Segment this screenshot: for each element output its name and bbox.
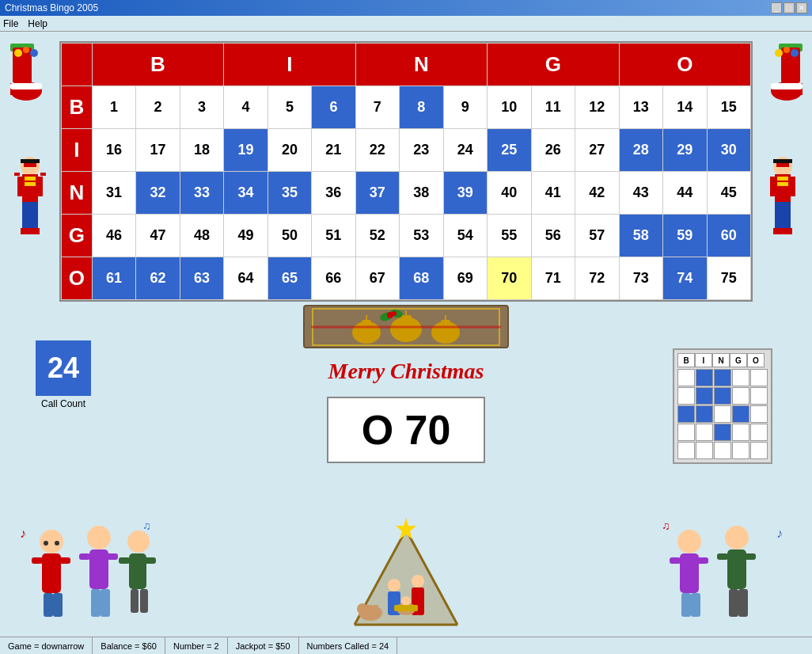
bingo-cell-18[interactable]: 18 xyxy=(180,129,223,172)
nutcracker-left-icon xyxy=(6,154,54,289)
bingo-cell-50[interactable]: 50 xyxy=(268,215,311,257)
bingo-cell-22[interactable]: 22 xyxy=(355,129,399,172)
bingo-cell-23[interactable]: 23 xyxy=(400,129,443,172)
bingo-cell-74[interactable]: 74 xyxy=(663,257,707,300)
bingo-cell-10[interactable]: 10 xyxy=(488,86,531,129)
bingo-cell-12[interactable]: 12 xyxy=(575,86,619,129)
svg-text:♪: ♪ xyxy=(776,527,783,540)
bingo-cell-62[interactable]: 62 xyxy=(136,257,180,300)
bingo-cell-38[interactable]: 38 xyxy=(400,172,443,215)
bingo-cell-34[interactable]: 34 xyxy=(224,172,268,215)
bingo-cell-7[interactable]: 7 xyxy=(355,86,399,129)
bingo-cell-3[interactable]: 3 xyxy=(180,86,223,129)
bingo-cell-44[interactable]: 44 xyxy=(663,172,707,215)
bingo-cell-56[interactable]: 56 xyxy=(531,215,575,257)
bingo-cell-60[interactable]: 60 xyxy=(707,215,751,257)
main-content: BINGOB123456789101112131415I161718192021… xyxy=(0,32,812,652)
bingo-cell-49[interactable]: 49 xyxy=(224,215,268,257)
status-jackpot: Jackpot = $50 xyxy=(228,637,299,654)
bingo-cell-54[interactable]: 54 xyxy=(443,215,487,257)
title-bar: Christmas Bingo 2005 _ □ ✕ xyxy=(0,0,812,16)
mini-cell-0-1 xyxy=(696,369,713,386)
svg-rect-78 xyxy=(140,589,148,613)
bingo-cell-21[interactable]: 21 xyxy=(312,129,355,172)
bingo-cell-43[interactable]: 43 xyxy=(619,172,662,215)
svg-rect-34 xyxy=(777,177,788,181)
bingo-cell-8[interactable]: 8 xyxy=(400,86,443,129)
svg-rect-41 xyxy=(783,228,792,234)
bingo-cell-72[interactable]: 72 xyxy=(575,257,619,300)
maximize-button[interactable]: □ xyxy=(784,2,795,13)
bingo-cell-65[interactable]: 65 xyxy=(268,257,311,300)
bingo-cell-20[interactable]: 20 xyxy=(268,129,311,172)
bingo-cell-63[interactable]: 63 xyxy=(180,257,223,300)
bingo-cell-57[interactable]: 57 xyxy=(575,215,619,257)
bingo-cell-27[interactable]: 27 xyxy=(575,129,619,172)
bingo-cell-2[interactable]: 2 xyxy=(136,86,180,129)
bingo-cell-59[interactable]: 59 xyxy=(663,215,707,257)
bingo-cell-5[interactable]: 5 xyxy=(268,86,311,129)
svg-text:♪: ♪ xyxy=(20,527,26,540)
bingo-cell-37[interactable]: 37 xyxy=(355,172,399,215)
bingo-cell-61[interactable]: 61 xyxy=(92,257,135,300)
bingo-cell-39[interactable]: 39 xyxy=(443,172,487,215)
bingo-cell-31[interactable]: 31 xyxy=(92,172,135,215)
svg-rect-107 xyxy=(729,589,738,617)
svg-point-28 xyxy=(784,47,790,53)
bingo-cell-17[interactable]: 17 xyxy=(136,129,180,172)
bingo-cell-75[interactable]: 75 xyxy=(707,257,751,300)
bingo-cell-1[interactable]: 1 xyxy=(92,86,135,129)
bingo-cell-64[interactable]: 64 xyxy=(224,257,268,300)
bingo-cell-73[interactable]: 73 xyxy=(619,257,662,300)
carolers-left-icon: ♪ ♫ xyxy=(16,514,158,633)
bingo-cell-26[interactable]: 26 xyxy=(531,129,575,172)
bingo-cell-55[interactable]: 55 xyxy=(488,215,531,257)
bingo-cell-32[interactable]: 32 xyxy=(136,172,180,215)
bingo-cell-25[interactable]: 25 xyxy=(488,129,531,172)
bingo-cell-42[interactable]: 42 xyxy=(575,172,619,215)
bingo-cell-33[interactable]: 33 xyxy=(180,172,223,215)
bingo-cell-24[interactable]: 24 xyxy=(443,129,487,172)
mini-cell-3-0 xyxy=(677,424,695,441)
bingo-cell-4[interactable]: 4 xyxy=(224,86,268,129)
app-title: Christmas Bingo 2005 xyxy=(5,2,98,13)
menu-file[interactable]: File xyxy=(3,18,18,29)
bingo-cell-70[interactable]: 70 xyxy=(488,257,531,300)
bingo-cell-71[interactable]: 71 xyxy=(531,257,575,300)
bingo-cell-35[interactable]: 35 xyxy=(268,172,311,215)
bingo-cell-48[interactable]: 48 xyxy=(180,215,223,257)
bingo-cell-46[interactable]: 46 xyxy=(92,215,135,257)
svg-point-95 xyxy=(357,603,368,614)
mini-cell-1-4 xyxy=(750,387,768,405)
bingo-cell-68[interactable]: 68 xyxy=(400,257,443,300)
bingo-cell-51[interactable]: 51 xyxy=(312,215,355,257)
bingo-cell-40[interactable]: 40 xyxy=(488,172,531,215)
bingo-cell-6[interactable]: 6 xyxy=(312,86,355,129)
bingo-cell-66[interactable]: 66 xyxy=(312,257,355,300)
svg-rect-99 xyxy=(670,557,681,564)
bingo-cell-52[interactable]: 52 xyxy=(355,215,399,257)
minimize-button[interactable]: _ xyxy=(771,2,782,13)
menu-help[interactable]: Help xyxy=(28,18,47,29)
bingo-cell-29[interactable]: 29 xyxy=(663,129,707,172)
mini-header-I: I xyxy=(695,353,712,367)
bingo-cell-13[interactable]: 13 xyxy=(619,86,662,129)
mini-cell-4-4 xyxy=(750,442,768,459)
bingo-cell-36[interactable]: 36 xyxy=(312,172,355,215)
bingo-cell-19[interactable]: 19 xyxy=(224,129,268,172)
bingo-cell-69[interactable]: 69 xyxy=(443,257,487,300)
bingo-cell-30[interactable]: 30 xyxy=(707,129,751,172)
bingo-cell-11[interactable]: 11 xyxy=(531,86,575,129)
bingo-cell-45[interactable]: 45 xyxy=(707,172,751,215)
bingo-cell-28[interactable]: 28 xyxy=(619,129,662,172)
bingo-cell-67[interactable]: 67 xyxy=(355,257,399,300)
bingo-cell-16[interactable]: 16 xyxy=(92,129,135,172)
bingo-cell-41[interactable]: 41 xyxy=(531,172,575,215)
bingo-cell-53[interactable]: 53 xyxy=(400,215,443,257)
bingo-cell-58[interactable]: 58 xyxy=(619,215,662,257)
bingo-cell-15[interactable]: 15 xyxy=(707,86,751,129)
bingo-cell-14[interactable]: 14 xyxy=(663,86,707,129)
bingo-cell-9[interactable]: 9 xyxy=(443,86,487,129)
close-button[interactable]: ✕ xyxy=(796,2,807,13)
bingo-cell-47[interactable]: 47 xyxy=(136,215,180,257)
